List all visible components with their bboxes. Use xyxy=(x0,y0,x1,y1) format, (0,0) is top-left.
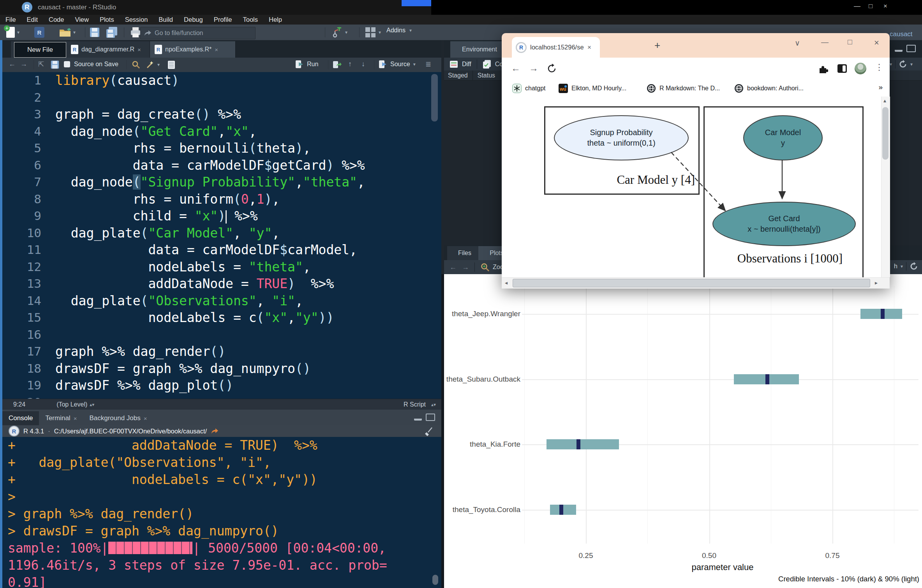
new-file-button[interactable]: + ▾ xyxy=(6,27,19,38)
code-line-18[interactable]: 18drawsDF = graph %>% dag_numpyro() xyxy=(2,360,441,377)
code-line-8[interactable]: 8 rhs = uniform(0,1), xyxy=(2,191,441,208)
browser-minimize-button[interactable]: — xyxy=(821,38,829,46)
source-up-icon[interactable]: ↑ xyxy=(348,60,352,68)
code-line-4[interactable]: 4 dag_node("Get Card","x", xyxy=(2,123,441,140)
notebook-icon[interactable] xyxy=(167,60,175,69)
close-icon[interactable]: × xyxy=(138,46,141,53)
addins-button[interactable]: Addins ▾ xyxy=(386,27,412,34)
menu-tools[interactable]: Tools xyxy=(237,15,263,25)
code-line-9[interactable]: 9 child = "x") %>% xyxy=(2,208,441,225)
tab-files[interactable]: Files xyxy=(447,246,483,260)
code-line-2[interactable]: 2 xyxy=(2,89,441,106)
close-icon[interactable]: × xyxy=(215,46,218,53)
reload-icon[interactable] xyxy=(547,63,557,74)
code-line-15[interactable]: 15 nodeLabels = c("x","y")) xyxy=(2,309,441,326)
print-button[interactable] xyxy=(130,27,141,38)
diff-button[interactable]: Diff xyxy=(462,61,471,68)
source-on-save-checkbox[interactable] xyxy=(64,61,70,67)
code-line-13[interactable]: 13 addDataNode = TRUE) %>% xyxy=(2,275,441,292)
bookmarks-overflow-icon[interactable]: » xyxy=(878,83,883,92)
forward-icon[interactable]: → xyxy=(20,60,27,68)
console-tab-console[interactable]: Console xyxy=(2,411,39,425)
scroll-right-icon[interactable]: ▸ xyxy=(875,280,878,286)
vertical-scroll-thumb[interactable] xyxy=(882,107,889,160)
dag-node-signup-probability[interactable]: Signup Probability theta ~ uniform(0,1) xyxy=(554,115,689,160)
version-control-button[interactable]: ▾ xyxy=(332,27,347,38)
code-line-19[interactable]: 19drawsDF %>% dagp_plot() xyxy=(2,377,441,394)
source-button[interactable]: Source ▾ xyxy=(379,60,416,69)
menu-code[interactable]: Code xyxy=(43,15,69,25)
code-line-7[interactable]: 7 dag_node("Signup Probability","theta", xyxy=(2,174,441,191)
maximize-pane-icon[interactable] xyxy=(906,45,916,52)
dag-node-car-model[interactable]: Car Model y xyxy=(743,115,823,160)
browser-tab[interactable]: R localhost:15296/session/viewhtm × xyxy=(512,37,600,58)
bookmark-elkton-md-hourly-[interactable]: wuElkton, MD Hourly... xyxy=(559,80,626,97)
close-icon[interactable]: × xyxy=(144,415,147,422)
refresh-icon[interactable] xyxy=(910,262,918,271)
panes-layout-button[interactable]: ▾ xyxy=(365,27,381,37)
bookmark-bookdown-authori-[interactable]: bookdown: Authori... xyxy=(734,80,804,97)
project-menu[interactable]: causact xyxy=(890,30,921,38)
code-line-16[interactable]: 16 xyxy=(2,326,441,343)
console-tab-background-jobs[interactable]: Background Jobs× xyxy=(83,411,153,425)
chevron-down-icon[interactable]: ▾ xyxy=(901,264,903,269)
code-line-3[interactable]: 3graph = dag_create() %>% xyxy=(2,106,441,123)
goto-directory-icon[interactable] xyxy=(211,428,219,435)
editor-tab-npoexamples-r-[interactable]: RnpoExamples.R*× xyxy=(150,41,236,58)
menu-debug[interactable]: Debug xyxy=(178,15,208,25)
plot-forward-icon[interactable]: → xyxy=(462,263,469,271)
refresh-icon[interactable] xyxy=(899,60,907,69)
code-line-1[interactable]: 1library(causact) xyxy=(2,72,441,89)
outline-icon[interactable]: ≣ xyxy=(425,60,431,69)
browser-maximize-button[interactable]: □ xyxy=(848,38,852,46)
open-file-button[interactable]: ▾ xyxy=(59,28,76,37)
dag-node-get-card[interactable]: Get Card x ~ bernoulli(theta[y]) xyxy=(712,202,856,246)
code-line-17[interactable]: 17graph %>% dag_render() xyxy=(2,343,441,360)
close-icon[interactable]: × xyxy=(74,415,77,422)
menu-session[interactable]: Session xyxy=(120,15,153,25)
file-type-selector[interactable]: R Script xyxy=(404,401,426,408)
search-icon[interactable] xyxy=(132,60,140,69)
minimize-pane-icon[interactable] xyxy=(895,45,903,52)
maximize-pane-icon[interactable] xyxy=(426,414,435,421)
save-button[interactable] xyxy=(90,27,100,37)
kebab-menu-icon[interactable]: ⋮ xyxy=(875,62,883,72)
horizontal-scroll-thumb[interactable] xyxy=(513,279,870,287)
tab-environment[interactable]: Environment xyxy=(450,41,509,58)
bookmark-r-markdown-the-d-[interactable]: R Markdown: The D... xyxy=(647,80,720,97)
browser-close-button[interactable]: × xyxy=(874,38,879,48)
menu-edit[interactable]: Edit xyxy=(21,15,43,25)
code-editor[interactable]: 1library(causact)23graph = dag_create() … xyxy=(2,72,441,399)
run-button[interactable]: Run xyxy=(295,60,318,69)
code-line-5[interactable]: 5 rhs = bernoulli(theta), xyxy=(2,140,441,157)
scroll-up-icon[interactable]: ▴ xyxy=(883,97,886,104)
rerun-icon[interactable] xyxy=(333,60,342,69)
back-icon[interactable]: ← xyxy=(511,63,520,74)
menu-build[interactable]: Build xyxy=(153,15,178,25)
editor-tab-dag-diagrammer-r[interactable]: Rdag_diagrammer.R× xyxy=(66,41,150,58)
window-maximize-button[interactable]: □ xyxy=(869,2,873,10)
code-line-14[interactable]: 14 dag_plate("Observations", "i", xyxy=(2,292,441,310)
code-line-20[interactable]: 20 xyxy=(2,394,441,399)
menu-plots[interactable]: Plots xyxy=(94,15,120,25)
code-line-12[interactable]: 12 nodeLabels = "theta", xyxy=(2,259,441,276)
new-tab-button[interactable]: + xyxy=(654,39,660,51)
tab-search-chevron-icon[interactable]: ∨ xyxy=(795,39,800,48)
scope-selector[interactable]: (Top Level) xyxy=(56,401,87,408)
popout-icon[interactable]: ⇱ xyxy=(38,60,44,69)
profile-avatar[interactable] xyxy=(855,63,866,74)
scroll-left-icon[interactable]: ◂ xyxy=(505,280,508,286)
publish-fragment[interactable]: h xyxy=(894,263,897,270)
side-panel-icon[interactable] xyxy=(837,64,847,73)
window-close-button[interactable]: × xyxy=(883,2,887,10)
console-output[interactable]: + addDataNode = TRUE) %>%+ dag_plate("Ob… xyxy=(2,437,447,588)
editor-scrollbar[interactable] xyxy=(431,74,438,121)
extensions-puzzle-icon[interactable] xyxy=(818,64,828,74)
bookmark-chatgpt[interactable]: chatgpt xyxy=(512,80,545,97)
goto-file-input[interactable]: Go to file/function xyxy=(140,27,256,39)
forward-icon[interactable]: → xyxy=(529,63,538,74)
chevron-down-icon[interactable]: ▾ xyxy=(910,62,913,67)
chevron-down-icon[interactable]: ▾ xyxy=(157,62,160,67)
clear-console-icon[interactable] xyxy=(424,427,434,437)
zoom-plot-icon[interactable] xyxy=(480,262,490,272)
